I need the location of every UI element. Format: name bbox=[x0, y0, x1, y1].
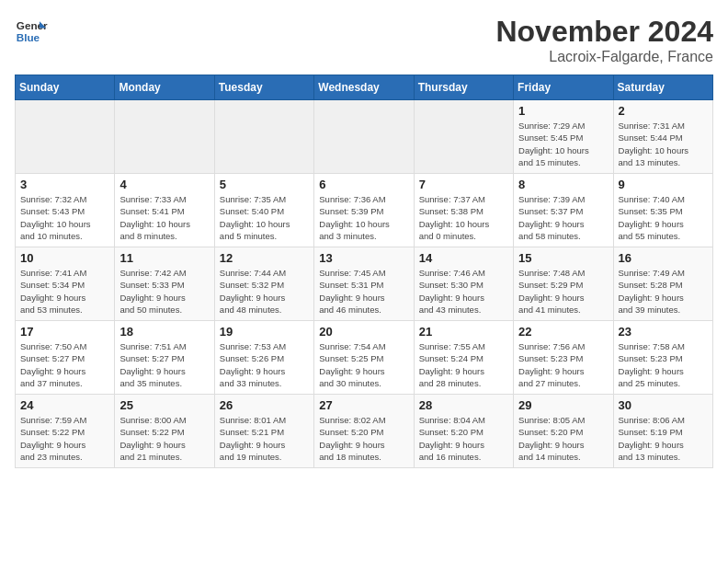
day-info: Sunrise: 7:29 AMSunset: 5:45 PMDaylight:… bbox=[518, 120, 608, 168]
day-info: Sunrise: 7:40 AMSunset: 5:35 PMDaylight:… bbox=[619, 193, 708, 242]
calendar-week-5: 24Sunrise: 7:59 AMSunset: 5:22 PMDayligh… bbox=[16, 395, 713, 468]
calendar-cell: 30Sunrise: 8:06 AMSunset: 5:19 PMDayligh… bbox=[613, 395, 712, 468]
calendar-cell: 3Sunrise: 7:32 AMSunset: 5:43 PMDaylight… bbox=[16, 174, 115, 247]
calendar-cell: 7Sunrise: 7:37 AMSunset: 5:38 PMDaylight… bbox=[414, 174, 513, 247]
day-number: 19 bbox=[220, 325, 309, 339]
day-number: 3 bbox=[20, 178, 109, 191]
day-number: 17 bbox=[20, 325, 109, 339]
title-area: November 2024 Lacroix-Falgarde, France bbox=[495, 15, 713, 65]
day-number: 21 bbox=[419, 325, 508, 339]
day-info: Sunrise: 7:45 AMSunset: 5:31 PMDaylight:… bbox=[319, 267, 408, 316]
calendar-cell: 28Sunrise: 8:04 AMSunset: 5:20 PMDayligh… bbox=[414, 395, 513, 468]
calendar-cell bbox=[414, 100, 513, 174]
day-info: Sunrise: 7:53 AMSunset: 5:26 PMDaylight:… bbox=[220, 340, 309, 389]
calendar-cell: 12Sunrise: 7:44 AMSunset: 5:32 PMDayligh… bbox=[214, 247, 313, 321]
day-info: Sunrise: 7:46 AMSunset: 5:30 PMDaylight:… bbox=[419, 267, 508, 316]
day-info: Sunrise: 7:35 AMSunset: 5:40 PMDaylight:… bbox=[220, 193, 309, 242]
day-info: Sunrise: 7:58 AMSunset: 5:23 PMDaylight:… bbox=[619, 340, 708, 389]
column-header-tuesday: Tuesday bbox=[214, 75, 313, 100]
day-info: Sunrise: 8:04 AMSunset: 5:20 PMDaylight:… bbox=[419, 414, 508, 463]
day-info: Sunrise: 7:56 AMSunset: 5:23 PMDaylight:… bbox=[518, 340, 608, 389]
day-number: 24 bbox=[20, 398, 109, 412]
calendar-week-2: 3Sunrise: 7:32 AMSunset: 5:43 PMDaylight… bbox=[16, 174, 713, 247]
day-info: Sunrise: 7:31 AMSunset: 5:44 PMDaylight:… bbox=[619, 120, 708, 168]
day-info: Sunrise: 8:05 AMSunset: 5:20 PMDaylight:… bbox=[518, 414, 608, 463]
calendar-cell: 17Sunrise: 7:50 AMSunset: 5:27 PMDayligh… bbox=[16, 321, 115, 395]
day-number: 15 bbox=[518, 251, 608, 265]
day-number: 10 bbox=[20, 251, 109, 265]
month-title: November 2024 bbox=[495, 15, 713, 49]
calendar-cell bbox=[214, 100, 313, 174]
calendar-cell: 14Sunrise: 7:46 AMSunset: 5:30 PMDayligh… bbox=[414, 247, 513, 321]
day-number: 14 bbox=[419, 251, 508, 265]
day-number: 20 bbox=[319, 325, 408, 339]
logo: General Blue bbox=[15, 15, 48, 48]
calendar-cell: 18Sunrise: 7:51 AMSunset: 5:27 PMDayligh… bbox=[115, 321, 214, 395]
calendar-cell: 25Sunrise: 8:00 AMSunset: 5:22 PMDayligh… bbox=[115, 395, 214, 468]
day-info: Sunrise: 8:00 AMSunset: 5:22 PMDaylight:… bbox=[119, 414, 209, 463]
calendar-cell: 27Sunrise: 8:02 AMSunset: 5:20 PMDayligh… bbox=[314, 395, 414, 468]
day-info: Sunrise: 7:50 AMSunset: 5:27 PMDaylight:… bbox=[20, 340, 109, 389]
day-info: Sunrise: 7:59 AMSunset: 5:22 PMDaylight:… bbox=[20, 414, 109, 463]
day-info: Sunrise: 7:48 AMSunset: 5:29 PMDaylight:… bbox=[518, 267, 608, 316]
calendar-cell bbox=[16, 100, 115, 174]
day-number: 7 bbox=[419, 178, 508, 191]
day-info: Sunrise: 7:41 AMSunset: 5:34 PMDaylight:… bbox=[20, 267, 109, 316]
day-info: Sunrise: 7:33 AMSunset: 5:41 PMDaylight:… bbox=[119, 193, 209, 242]
calendar-cell: 10Sunrise: 7:41 AMSunset: 5:34 PMDayligh… bbox=[16, 247, 115, 321]
calendar-cell: 4Sunrise: 7:33 AMSunset: 5:41 PMDaylight… bbox=[115, 174, 214, 247]
calendar-cell: 16Sunrise: 7:49 AMSunset: 5:28 PMDayligh… bbox=[613, 247, 712, 321]
calendar-cell: 24Sunrise: 7:59 AMSunset: 5:22 PMDayligh… bbox=[16, 395, 115, 468]
column-header-thursday: Thursday bbox=[414, 75, 513, 100]
calendar-cell: 22Sunrise: 7:56 AMSunset: 5:23 PMDayligh… bbox=[514, 321, 613, 395]
day-number: 11 bbox=[119, 251, 209, 265]
day-info: Sunrise: 7:36 AMSunset: 5:39 PMDaylight:… bbox=[319, 193, 408, 242]
calendar-cell: 29Sunrise: 8:05 AMSunset: 5:20 PMDayligh… bbox=[514, 395, 613, 468]
calendar-cell: 8Sunrise: 7:39 AMSunset: 5:37 PMDaylight… bbox=[514, 174, 613, 247]
calendar-cell bbox=[115, 100, 214, 174]
calendar-week-3: 10Sunrise: 7:41 AMSunset: 5:34 PMDayligh… bbox=[16, 247, 713, 321]
column-header-wednesday: Wednesday bbox=[314, 75, 414, 100]
calendar-cell: 1Sunrise: 7:29 AMSunset: 5:45 PMDaylight… bbox=[514, 100, 613, 174]
day-info: Sunrise: 8:06 AMSunset: 5:19 PMDaylight:… bbox=[619, 414, 708, 463]
calendar-cell: 11Sunrise: 7:42 AMSunset: 5:33 PMDayligh… bbox=[115, 247, 214, 321]
svg-text:Blue: Blue bbox=[17, 31, 40, 43]
logo-icon: General Blue bbox=[15, 15, 48, 48]
calendar-cell: 2Sunrise: 7:31 AMSunset: 5:44 PMDaylight… bbox=[613, 100, 712, 174]
day-number: 8 bbox=[518, 178, 608, 191]
day-number: 13 bbox=[319, 251, 408, 265]
day-number: 28 bbox=[419, 398, 508, 412]
calendar-cell: 15Sunrise: 7:48 AMSunset: 5:29 PMDayligh… bbox=[514, 247, 613, 321]
day-number: 25 bbox=[119, 398, 209, 412]
calendar-body: 1Sunrise: 7:29 AMSunset: 5:45 PMDaylight… bbox=[16, 100, 713, 468]
calendar-cell: 23Sunrise: 7:58 AMSunset: 5:23 PMDayligh… bbox=[613, 321, 712, 395]
column-header-monday: Monday bbox=[115, 75, 214, 100]
day-number: 23 bbox=[619, 325, 708, 339]
calendar-week-4: 17Sunrise: 7:50 AMSunset: 5:27 PMDayligh… bbox=[16, 321, 713, 395]
day-number: 22 bbox=[518, 325, 608, 339]
calendar-cell: 26Sunrise: 8:01 AMSunset: 5:21 PMDayligh… bbox=[214, 395, 313, 468]
header: General Blue November 2024 Lacroix-Falga… bbox=[15, 15, 713, 65]
day-info: Sunrise: 7:39 AMSunset: 5:37 PMDaylight:… bbox=[518, 193, 608, 242]
day-info: Sunrise: 7:32 AMSunset: 5:43 PMDaylight:… bbox=[20, 193, 109, 242]
day-info: Sunrise: 7:55 AMSunset: 5:24 PMDaylight:… bbox=[419, 340, 508, 389]
location-title: Lacroix-Falgarde, France bbox=[495, 49, 713, 65]
calendar-cell: 21Sunrise: 7:55 AMSunset: 5:24 PMDayligh… bbox=[414, 321, 513, 395]
day-info: Sunrise: 7:44 AMSunset: 5:32 PMDaylight:… bbox=[220, 267, 309, 316]
column-header-saturday: Saturday bbox=[613, 75, 712, 100]
calendar-week-1: 1Sunrise: 7:29 AMSunset: 5:45 PMDaylight… bbox=[16, 100, 713, 174]
day-number: 30 bbox=[619, 398, 708, 412]
calendar-cell: 13Sunrise: 7:45 AMSunset: 5:31 PMDayligh… bbox=[314, 247, 414, 321]
day-number: 26 bbox=[220, 398, 309, 412]
calendar-cell: 5Sunrise: 7:35 AMSunset: 5:40 PMDaylight… bbox=[214, 174, 313, 247]
day-info: Sunrise: 7:37 AMSunset: 5:38 PMDaylight:… bbox=[419, 193, 508, 242]
day-number: 29 bbox=[518, 398, 608, 412]
day-number: 2 bbox=[619, 104, 708, 118]
calendar-cell: 6Sunrise: 7:36 AMSunset: 5:39 PMDaylight… bbox=[314, 174, 414, 247]
calendar-cell: 9Sunrise: 7:40 AMSunset: 5:35 PMDaylight… bbox=[613, 174, 712, 247]
column-header-sunday: Sunday bbox=[16, 75, 115, 100]
calendar-cell: 20Sunrise: 7:54 AMSunset: 5:25 PMDayligh… bbox=[314, 321, 414, 395]
day-number: 9 bbox=[619, 178, 708, 191]
day-number: 6 bbox=[319, 178, 408, 191]
day-number: 27 bbox=[319, 398, 408, 412]
